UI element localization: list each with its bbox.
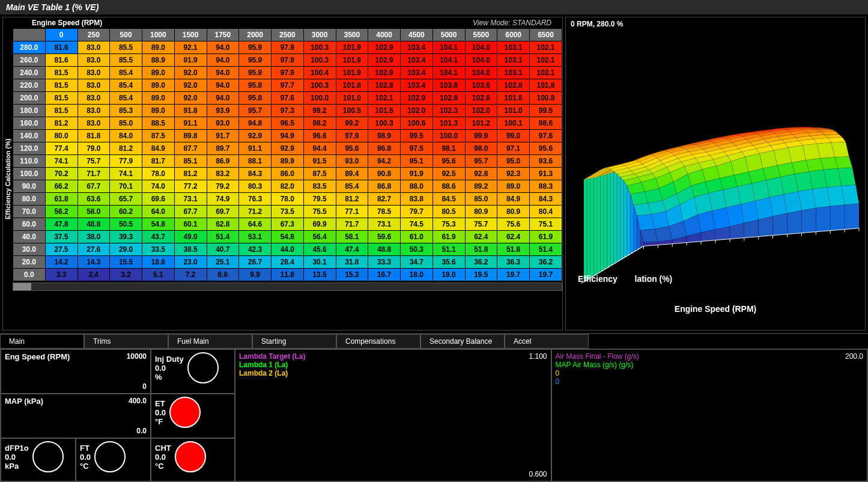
- ve-cell[interactable]: 74.5: [401, 218, 433, 231]
- ve-cell[interactable]: 62.8: [207, 218, 239, 231]
- ve-cell[interactable]: 103.1: [497, 67, 530, 79]
- tab-secondary-balance[interactable]: Secondary Balance: [420, 334, 505, 349]
- ve-cell[interactable]: 104.0: [465, 54, 497, 67]
- col-header[interactable]: 4500: [401, 29, 433, 41]
- ve-cell[interactable]: 81.2: [174, 168, 207, 180]
- ve-cell[interactable]: 58.0: [77, 206, 110, 218]
- ve-cell[interactable]: 102.1: [530, 54, 562, 67]
- ve-cell[interactable]: 75.6: [497, 218, 530, 231]
- ve-cell[interactable]: 78.5: [368, 206, 401, 218]
- ve-cell[interactable]: 83.0: [77, 41, 110, 54]
- ve-cell[interactable]: 85.4: [110, 67, 142, 79]
- ve-cell[interactable]: 89.2: [465, 180, 497, 193]
- ve-cell[interactable]: 80.4: [530, 206, 562, 218]
- ve-cell[interactable]: 11.8: [272, 269, 304, 281]
- ve-cell[interactable]: 104.1: [432, 67, 465, 79]
- ve-cell[interactable]: 47.4: [336, 243, 368, 256]
- ve-cell[interactable]: 102.0: [465, 105, 497, 117]
- ve-cell[interactable]: 19.7: [530, 269, 562, 281]
- ve-cell[interactable]: 88.1: [239, 155, 272, 168]
- ve-cell[interactable]: 103.4: [401, 79, 433, 92]
- ve-cell[interactable]: 75.5: [303, 206, 336, 218]
- ve-cell[interactable]: 39.3: [110, 231, 142, 243]
- tab-accel[interactable]: Accel: [505, 334, 589, 349]
- ve-cell[interactable]: 79.2: [207, 180, 239, 193]
- ve-cell[interactable]: 100.6: [401, 117, 433, 130]
- ve-cell[interactable]: 85.1: [174, 155, 207, 168]
- ve-cell[interactable]: 81.6: [45, 41, 77, 54]
- row-header[interactable]: 80.0: [13, 193, 46, 206]
- ve-cell[interactable]: 38.0: [77, 231, 110, 243]
- ve-cell[interactable]: 95.9: [239, 67, 272, 79]
- ve-cell[interactable]: 87.5: [142, 130, 175, 142]
- row-header[interactable]: 40.0: [13, 231, 46, 243]
- ve-cell[interactable]: 99.9: [465, 130, 497, 142]
- ve-cell[interactable]: 103.1: [497, 41, 530, 54]
- ve-cell[interactable]: 92.5: [432, 168, 465, 180]
- ve-cell[interactable]: 19.0: [432, 269, 465, 281]
- ve-cell[interactable]: 81.2: [45, 117, 77, 130]
- ve-cell[interactable]: 101.9: [336, 41, 368, 54]
- ve-cell[interactable]: 93.9: [207, 105, 239, 117]
- ve-cell[interactable]: 86.0: [272, 168, 304, 180]
- ve-cell[interactable]: 73.1: [174, 193, 207, 206]
- ve-cell[interactable]: 102.9: [368, 54, 401, 67]
- ve-cell[interactable]: 54.8: [272, 231, 304, 243]
- gauge-eng-speed[interactable]: Eng Speed (RPM) 10000 0: [1, 349, 151, 394]
- ve-cell[interactable]: 104.1: [432, 54, 465, 67]
- ve-cell[interactable]: 101.8: [497, 92, 530, 105]
- ve-cell[interactable]: 81.2: [110, 142, 142, 155]
- ve-cell[interactable]: 103.4: [401, 54, 433, 67]
- ve-cell[interactable]: 89.0: [142, 79, 175, 92]
- ve-cell[interactable]: 33.3: [368, 256, 401, 269]
- ve-cell[interactable]: 51.8: [465, 243, 497, 256]
- ve-cell[interactable]: 97.1: [497, 142, 530, 155]
- ve-cell[interactable]: 15.5: [110, 256, 142, 269]
- ve-cell[interactable]: 67.7: [174, 206, 207, 218]
- ve-cell[interactable]: 31.8: [336, 256, 368, 269]
- ve-cell[interactable]: 35.6: [432, 256, 465, 269]
- ve-cell[interactable]: 9.9: [239, 269, 272, 281]
- ve-cell[interactable]: 97.7: [272, 79, 304, 92]
- col-header[interactable]: 6500: [530, 29, 562, 41]
- col-header[interactable]: 6000: [497, 29, 530, 41]
- ve-cell[interactable]: 18.0: [401, 269, 433, 281]
- ve-cell[interactable]: 70.1: [110, 180, 142, 193]
- ve-cell[interactable]: 88.9: [142, 54, 175, 67]
- gauge-map[interactable]: MAP (kPa) 400.0 0.0: [1, 394, 151, 438]
- ve-cell[interactable]: 77.2: [174, 180, 207, 193]
- ve-cell[interactable]: 90.8: [368, 168, 401, 180]
- ve-cell[interactable]: 94.4: [303, 142, 336, 155]
- ve-cell[interactable]: 94.0: [207, 41, 239, 54]
- ve-cell[interactable]: 103.1: [497, 54, 530, 67]
- row-header[interactable]: 260.0: [13, 54, 46, 67]
- ve-cell[interactable]: 85.5: [110, 54, 142, 67]
- row-header[interactable]: 20.0: [13, 256, 46, 269]
- ve-cell[interactable]: 89.8: [174, 130, 207, 142]
- ve-cell[interactable]: 95.9: [239, 54, 272, 67]
- ve-cell[interactable]: 42.3: [239, 243, 272, 256]
- ve-cell[interactable]: 61.9: [432, 231, 465, 243]
- ve-cell[interactable]: 84.9: [497, 193, 530, 206]
- ve-cell[interactable]: 89.0: [142, 92, 175, 105]
- ve-cell[interactable]: 85.4: [336, 180, 368, 193]
- gauge-inj-duty[interactable]: Inj Duty 0.0 %: [151, 349, 235, 394]
- ve-cell[interactable]: 82.7: [368, 193, 401, 206]
- ve-cell[interactable]: 103.4: [401, 67, 433, 79]
- ve-cell[interactable]: 5.1: [142, 269, 175, 281]
- ve-cell[interactable]: 56.4: [303, 231, 336, 243]
- ve-cell[interactable]: 92.0: [174, 92, 207, 105]
- row-header[interactable]: 120.0: [13, 142, 46, 155]
- ve-cell[interactable]: 71.2: [239, 206, 272, 218]
- ve-cell[interactable]: 89.0: [142, 105, 175, 117]
- gauge-et[interactable]: ET 0.0 °F: [151, 394, 235, 438]
- ve-cell[interactable]: 85.0: [110, 117, 142, 130]
- row-header[interactable]: 100.0: [13, 168, 46, 180]
- ve-cell[interactable]: 94.0: [207, 54, 239, 67]
- col-header[interactable]: 3000: [303, 29, 336, 41]
- ve-cell[interactable]: 102.1: [530, 67, 562, 79]
- ve-cell[interactable]: 36.2: [530, 256, 562, 269]
- ve-cell[interactable]: 89.0: [142, 67, 175, 79]
- ve-cell[interactable]: 103.4: [401, 41, 433, 54]
- ve-cell[interactable]: 91.8: [174, 105, 207, 117]
